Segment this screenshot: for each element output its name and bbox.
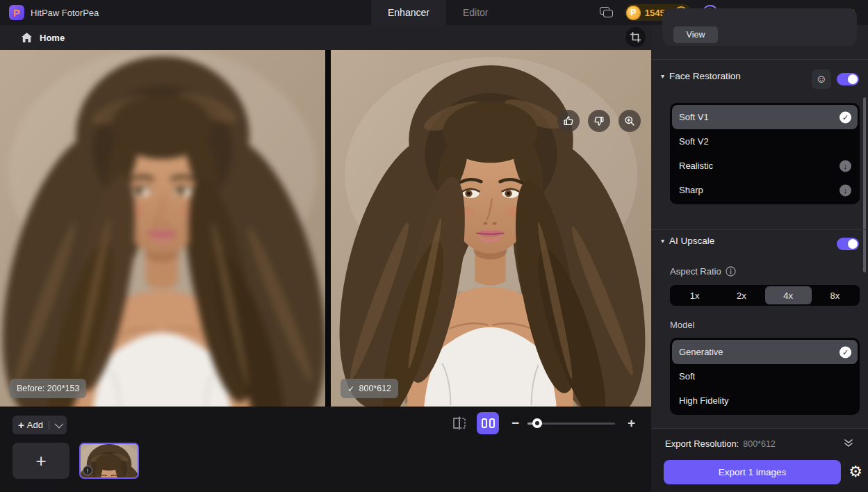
app-window: P HitPaw FotorPea Enhancer Editor P 1545… (0, 0, 868, 492)
collapse-caret-icon[interactable]: ▾ (661, 72, 664, 80)
magnify-button[interactable] (619, 110, 641, 132)
thumbs-up-button[interactable] (557, 110, 580, 132)
face-restoration-model-list: Soft V1 ✓ Soft V2 Realistic ↓ Sharp ↓ (670, 103, 860, 204)
download-icon[interactable]: ↓ (840, 160, 851, 172)
export-resolution-value: 800*612 (743, 439, 776, 449)
home-label[interactable]: Home (40, 33, 65, 43)
double-chevron-down-icon[interactable] (843, 438, 854, 448)
face-restoration-header: ▾ Face Restoration (661, 71, 741, 81)
model-option-soft-v2[interactable]: Soft V2 (672, 129, 858, 154)
ai-upscale-toggle[interactable] (837, 238, 859, 250)
tab-enhancer[interactable]: Enhancer (371, 0, 446, 25)
side-by-side-button[interactable] (477, 412, 499, 434)
ratio-1x[interactable]: 1x (671, 286, 718, 304)
feedback-chat-icon[interactable] (600, 7, 614, 18)
image-thumbnail[interactable]: i (79, 443, 139, 479)
view-controls: − + (452, 412, 635, 434)
ratio-8x[interactable]: 8x (812, 286, 858, 304)
home-icon (21, 32, 33, 43)
model-option-soft-v1[interactable]: Soft V1 ✓ (672, 105, 858, 129)
home-toolbar: Home (0, 25, 651, 50)
upscale-model-list: Generative ✓ Soft High Fidelity (670, 338, 860, 415)
smiley-icon: ☺ (816, 73, 827, 85)
export-section: Export Resolution: 800*612 Export 1 imag… (651, 428, 868, 492)
view-card: View (662, 8, 857, 46)
after-size-badge: ✓ 800*612 (341, 379, 398, 398)
download-icon[interactable]: ↓ (840, 184, 851, 196)
zoom-slider-knob[interactable] (532, 418, 542, 428)
crop-icon (630, 32, 641, 42)
model-option-high-fidelity[interactable]: High Fidelity (672, 388, 858, 413)
add-button[interactable]: + Add (13, 416, 67, 434)
model-option-generative[interactable]: Generative ✓ (672, 340, 858, 364)
filmstrip-bar: + Add + i − + (0, 407, 651, 492)
ratio-2x[interactable]: 2x (718, 286, 764, 304)
coin-icon: P (626, 6, 641, 20)
thumbs-down-icon (593, 115, 605, 126)
ai-upscale-header: ▾ AI Upscale (661, 236, 714, 246)
app-title: HitPaw FotorPea (31, 8, 99, 18)
split-compare-icon[interactable] (452, 416, 467, 431)
model-label: Model (670, 320, 694, 330)
model-option-sharp[interactable]: Sharp ↓ (672, 178, 858, 202)
crop-button[interactable] (625, 27, 646, 47)
before-size-badge: Before: 200*153 (10, 379, 86, 398)
face-preview-button[interactable]: ☺ (812, 69, 831, 89)
thumbs-up-icon (563, 115, 574, 126)
view-button[interactable]: View (673, 26, 718, 43)
aspect-ratio-label: Aspect Ratio (670, 266, 736, 277)
selected-check-icon: ✓ (840, 346, 851, 358)
panel-scrollbar[interactable] (863, 97, 866, 272)
image-viewer: Before: 200*153 ✓ 800*612 (0, 50, 651, 407)
check-icon: ✓ (347, 384, 354, 394)
settings-panel: View ▾ Face Restoration ☺ Soft V1 ✓ Soft… (651, 25, 868, 492)
gear-icon[interactable]: ⚙ (849, 464, 862, 480)
before-image[interactable]: Before: 200*153 (0, 50, 325, 407)
zoom-slider[interactable] (527, 418, 615, 428)
side-by-side-icon (482, 418, 487, 428)
tab-editor[interactable]: Editor (446, 0, 505, 25)
plus-icon: + (18, 419, 24, 431)
app-logo-icon: P (9, 5, 24, 20)
after-image[interactable]: ✓ 800*612 (331, 50, 651, 407)
export-button[interactable]: Export 1 images (664, 460, 841, 484)
aspect-ratio-segmented: 1x 2x 4x 8x (670, 285, 860, 306)
export-resolution-label: Export Resolution: (665, 438, 739, 449)
selected-check-icon: ✓ (840, 111, 851, 123)
thumbs-down-button[interactable] (588, 110, 610, 132)
ratio-4x[interactable]: 4x (765, 286, 812, 304)
model-option-soft[interactable]: Soft (672, 364, 858, 388)
collapse-caret-icon[interactable]: ▾ (661, 237, 664, 245)
main-tabs: Enhancer Editor (371, 0, 505, 25)
info-circle-icon[interactable] (726, 266, 736, 277)
zoom-in-icon (624, 115, 635, 126)
info-icon[interactable]: i (83, 466, 92, 475)
zoom-in-button[interactable]: + (628, 416, 635, 431)
model-option-realistic[interactable]: Realistic ↓ (672, 154, 858, 178)
add-image-tile[interactable]: + (13, 443, 69, 479)
zoom-out-button[interactable]: − (511, 416, 519, 431)
face-restoration-toggle[interactable] (837, 73, 859, 85)
chevron-down-icon[interactable] (54, 420, 63, 429)
